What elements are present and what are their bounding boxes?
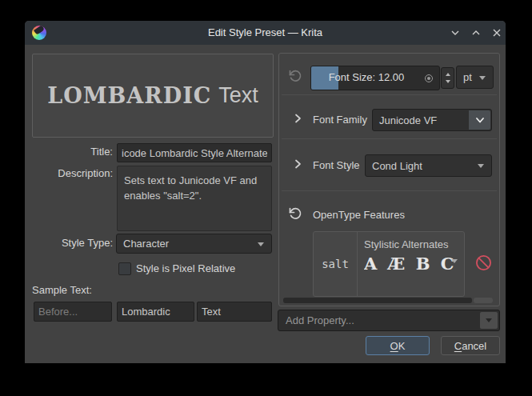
chevron-down-icon xyxy=(479,76,486,80)
row-separator xyxy=(282,94,497,95)
opentype-features-label: OpenType Features xyxy=(313,209,405,221)
pixel-relative-checkbox[interactable] xyxy=(118,262,131,275)
pixel-relative-label: Style is Pixel Relative xyxy=(136,262,235,274)
feature-tag: salt xyxy=(314,232,358,296)
title-label: Title: xyxy=(32,146,113,158)
font-size-unit-value: pt xyxy=(463,71,472,83)
feature-alternates-dropdown-icon[interactable] xyxy=(451,259,458,263)
expand-font-style-icon[interactable] xyxy=(292,158,303,170)
font-style-dropdown[interactable]: Cond Light xyxy=(365,154,492,177)
sample-text-label: Sample Text: xyxy=(32,284,92,296)
title-input[interactable] xyxy=(117,143,272,162)
sample-before-input[interactable] xyxy=(34,302,112,322)
feature-name: Stylistic Alternates xyxy=(364,238,458,250)
cancel-button[interactable]: Cancel xyxy=(441,336,500,355)
add-property-dropdown-button[interactable] xyxy=(480,312,498,329)
chevron-down-icon xyxy=(486,318,492,322)
horizontal-scrollbar[interactable] xyxy=(283,298,493,303)
feature-glyph-preview: A Æ B C D xyxy=(364,254,458,274)
style-preview: LOMBARDIC Text xyxy=(32,54,274,138)
add-property-placeholder: Add Property... xyxy=(286,314,354,326)
scrollbar-track-end xyxy=(474,298,493,303)
ok-label-rest: K xyxy=(398,340,406,352)
cancel-label-rest: ancel xyxy=(462,340,486,352)
expand-font-family-icon[interactable] xyxy=(292,113,303,124)
minimize-button[interactable] xyxy=(449,27,462,38)
dialog-body: LOMBARDIC Text Title: Description: Sets … xyxy=(25,45,506,363)
spin-up-icon[interactable] xyxy=(446,73,450,76)
cancel-label-initial: C xyxy=(454,340,462,352)
font-style-value: Cond Light xyxy=(372,160,422,172)
font-size-spinbox[interactable]: Font Size: 12.00 xyxy=(310,66,440,90)
edit-style-preset-dialog: Edit Style Preset — Krita LOMBARDIC Text… xyxy=(25,21,506,363)
sample-after-input[interactable] xyxy=(197,302,272,322)
row-separator xyxy=(282,190,497,191)
font-family-value: Junicode VF xyxy=(379,114,437,126)
font-style-label: Font Style xyxy=(313,159,360,171)
reset-opentype-icon[interactable] xyxy=(288,206,302,220)
style-type-label: Style Type: xyxy=(32,237,113,249)
feature-detail: Stylistic Alternates A Æ B C D xyxy=(358,232,458,296)
ok-label-initial: O xyxy=(390,340,398,352)
style-type-value: Character xyxy=(123,238,169,250)
opentype-feature-item[interactable]: salt Stylistic Alternates A Æ B C D xyxy=(313,231,465,297)
font-size-unit-dropdown[interactable]: pt xyxy=(456,66,494,89)
chevron-down-icon xyxy=(258,242,264,246)
preview-styled-text: LOMBARDIC xyxy=(47,83,211,108)
font-family-dropdown-button[interactable] xyxy=(469,110,490,130)
remove-feature-icon[interactable] xyxy=(474,254,493,272)
description-textarea[interactable]: Sets text to Junicode VF and enables "sa… xyxy=(117,166,272,231)
titlebar[interactable]: Edit Style Preset — Krita xyxy=(25,21,506,45)
preview-plain-text: Text xyxy=(218,83,258,108)
chevron-down-icon xyxy=(478,164,484,168)
font-size-value: Font Size: 12.00 xyxy=(311,71,422,83)
row-separator xyxy=(282,138,497,139)
properties-scrollarea: Font Size: 12.00 pt Font Family xyxy=(278,53,500,306)
spin-down-icon[interactable] xyxy=(446,80,450,83)
reset-font-size-icon[interactable] xyxy=(288,68,302,82)
description-label: Description: xyxy=(32,167,113,179)
soft-limit-icon[interactable] xyxy=(425,74,433,82)
style-type-dropdown[interactable]: Character xyxy=(116,234,272,254)
maximize-button[interactable] xyxy=(470,27,482,38)
sample-middle-input[interactable] xyxy=(117,302,194,322)
close-button[interactable] xyxy=(490,27,503,38)
font-family-label: Font Family xyxy=(313,114,367,126)
window-title: Edit Style Preset — Krita xyxy=(25,26,506,38)
scrollbar-handle[interactable] xyxy=(283,298,472,303)
add-property-dropdown[interactable]: Add Property... xyxy=(278,310,500,331)
ok-button[interactable]: OK xyxy=(366,336,430,355)
font-size-stepper[interactable] xyxy=(441,67,454,89)
font-family-dropdown[interactable]: Junicode VF xyxy=(372,109,492,131)
desktop-background: Edit Style Preset — Krita LOMBARDIC Text… xyxy=(0,0,532,396)
